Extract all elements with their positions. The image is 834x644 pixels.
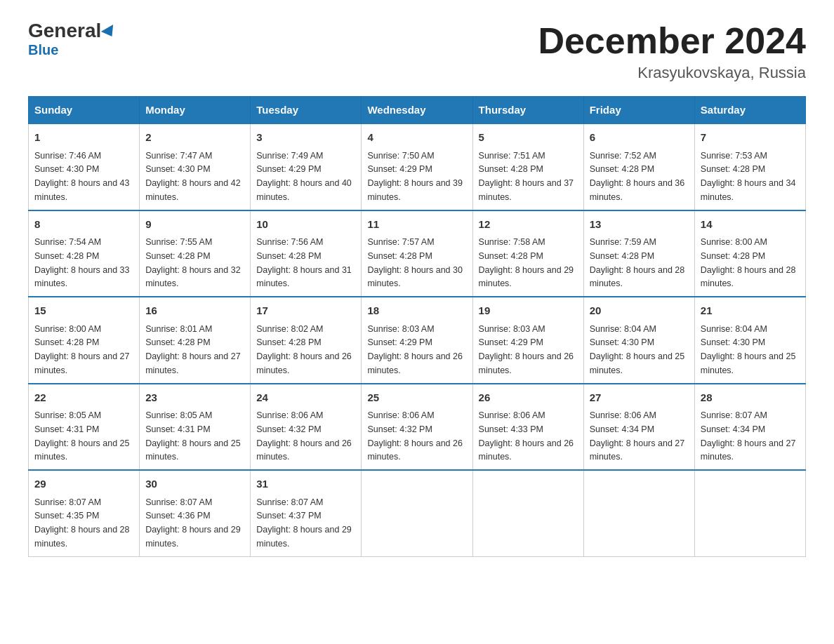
day-info: Sunrise: 8:06 AMSunset: 4:32 PMDaylight:…	[367, 410, 463, 462]
day-number: 6	[590, 130, 689, 146]
calendar-cell: 5Sunrise: 7:51 AMSunset: 4:28 PMDaylight…	[472, 123, 583, 210]
day-info: Sunrise: 7:52 AMSunset: 4:28 PMDaylight:…	[590, 151, 685, 202]
calendar-cell: 3Sunrise: 7:49 AMSunset: 4:29 PMDaylight…	[251, 123, 362, 210]
day-number: 25	[367, 390, 466, 406]
col-friday: Friday	[583, 97, 694, 124]
col-thursday: Thursday	[472, 97, 583, 124]
day-info: Sunrise: 7:57 AMSunset: 4:28 PMDaylight:…	[367, 237, 463, 288]
calendar-cell: 11Sunrise: 7:57 AMSunset: 4:28 PMDayligh…	[362, 210, 472, 297]
day-info: Sunrise: 8:05 AMSunset: 4:31 PMDaylight:…	[145, 410, 241, 462]
calendar-cell: 24Sunrise: 8:06 AMSunset: 4:32 PMDayligh…	[251, 384, 362, 471]
logo-triangle-icon	[101, 25, 118, 40]
day-info: Sunrise: 8:05 AMSunset: 4:31 PMDaylight:…	[34, 410, 130, 462]
day-info: Sunrise: 8:00 AMSunset: 4:28 PMDaylight:…	[34, 324, 130, 375]
day-number: 21	[701, 303, 800, 319]
day-info: Sunrise: 7:47 AMSunset: 4:30 PMDaylight:…	[145, 151, 241, 202]
day-number: 29	[34, 476, 133, 492]
calendar-cell	[362, 470, 472, 556]
day-number: 9	[145, 217, 244, 233]
day-info: Sunrise: 8:06 AMSunset: 4:34 PMDaylight:…	[590, 410, 685, 462]
calendar-week-row: 22Sunrise: 8:05 AMSunset: 4:31 PMDayligh…	[29, 384, 806, 471]
day-number: 11	[367, 217, 466, 233]
day-number: 5	[479, 130, 578, 146]
col-monday: Monday	[140, 97, 251, 124]
logo-blue: Blue	[28, 42, 58, 58]
day-number: 30	[145, 476, 244, 492]
day-info: Sunrise: 7:58 AMSunset: 4:28 PMDaylight:…	[479, 237, 574, 288]
calendar-cell: 13Sunrise: 7:59 AMSunset: 4:28 PMDayligh…	[583, 210, 694, 297]
day-info: Sunrise: 8:07 AMSunset: 4:35 PMDaylight:…	[34, 497, 130, 549]
calendar-cell: 21Sunrise: 8:04 AMSunset: 4:30 PMDayligh…	[694, 297, 805, 384]
location-title: Krasyukovskaya, Russia	[538, 64, 806, 82]
calendar-cell	[694, 470, 805, 556]
day-number: 22	[34, 390, 133, 406]
day-number: 12	[479, 217, 578, 233]
day-info: Sunrise: 8:07 AMSunset: 4:37 PMDaylight:…	[256, 497, 352, 549]
logo-general: General	[28, 21, 117, 41]
calendar-cell: 4Sunrise: 7:50 AMSunset: 4:29 PMDaylight…	[362, 123, 472, 210]
calendar-cell: 28Sunrise: 8:07 AMSunset: 4:34 PMDayligh…	[694, 384, 805, 471]
col-saturday: Saturday	[694, 97, 805, 124]
calendar-cell: 8Sunrise: 7:54 AMSunset: 4:28 PMDaylight…	[29, 210, 140, 297]
col-wednesday: Wednesday	[362, 97, 472, 124]
calendar-week-row: 15Sunrise: 8:00 AMSunset: 4:28 PMDayligh…	[29, 297, 806, 384]
day-info: Sunrise: 7:56 AMSunset: 4:28 PMDaylight:…	[256, 237, 352, 288]
day-number: 14	[701, 217, 800, 233]
day-number: 26	[479, 390, 578, 406]
calendar-week-row: 29Sunrise: 8:07 AMSunset: 4:35 PMDayligh…	[29, 470, 806, 556]
day-info: Sunrise: 7:53 AMSunset: 4:28 PMDaylight:…	[701, 151, 796, 202]
day-number: 27	[590, 390, 689, 406]
calendar-table: Sunday Monday Tuesday Wednesday Thursday…	[28, 96, 806, 557]
day-number: 15	[34, 303, 133, 319]
day-info: Sunrise: 7:49 AMSunset: 4:29 PMDaylight:…	[256, 151, 352, 202]
day-info: Sunrise: 8:06 AMSunset: 4:32 PMDaylight:…	[256, 410, 352, 462]
calendar-cell: 10Sunrise: 7:56 AMSunset: 4:28 PMDayligh…	[251, 210, 362, 297]
day-info: Sunrise: 7:55 AMSunset: 4:28 PMDaylight:…	[145, 237, 241, 288]
calendar-cell: 16Sunrise: 8:01 AMSunset: 4:28 PMDayligh…	[140, 297, 251, 384]
day-info: Sunrise: 8:04 AMSunset: 4:30 PMDaylight:…	[590, 324, 685, 375]
calendar-cell: 26Sunrise: 8:06 AMSunset: 4:33 PMDayligh…	[472, 384, 583, 471]
day-info: Sunrise: 7:51 AMSunset: 4:28 PMDaylight:…	[479, 151, 574, 202]
day-number: 19	[479, 303, 578, 319]
day-number: 8	[34, 217, 133, 233]
day-number: 7	[701, 130, 800, 146]
calendar-week-row: 8Sunrise: 7:54 AMSunset: 4:28 PMDaylight…	[29, 210, 806, 297]
calendar-cell: 15Sunrise: 8:00 AMSunset: 4:28 PMDayligh…	[29, 297, 140, 384]
day-info: Sunrise: 8:04 AMSunset: 4:30 PMDaylight:…	[701, 324, 796, 375]
header-row: Sunday Monday Tuesday Wednesday Thursday…	[29, 97, 806, 124]
day-info: Sunrise: 8:03 AMSunset: 4:29 PMDaylight:…	[367, 324, 463, 375]
calendar-cell: 31Sunrise: 8:07 AMSunset: 4:37 PMDayligh…	[251, 470, 362, 556]
day-number: 13	[590, 217, 689, 233]
calendar-cell: 9Sunrise: 7:55 AMSunset: 4:28 PMDaylight…	[140, 210, 251, 297]
calendar-cell: 20Sunrise: 8:04 AMSunset: 4:30 PMDayligh…	[583, 297, 694, 384]
col-tuesday: Tuesday	[251, 97, 362, 124]
col-sunday: Sunday	[29, 97, 140, 124]
logo: General Blue	[28, 21, 117, 58]
month-title: December 2024	[538, 21, 806, 61]
calendar-cell: 27Sunrise: 8:06 AMSunset: 4:34 PMDayligh…	[583, 384, 694, 471]
day-number: 20	[590, 303, 689, 319]
calendar-cell: 12Sunrise: 7:58 AMSunset: 4:28 PMDayligh…	[472, 210, 583, 297]
day-number: 2	[145, 130, 244, 146]
day-info: Sunrise: 7:46 AMSunset: 4:30 PMDaylight:…	[34, 151, 130, 202]
day-number: 23	[145, 390, 244, 406]
calendar-cell: 25Sunrise: 8:06 AMSunset: 4:32 PMDayligh…	[362, 384, 472, 471]
calendar-cell: 2Sunrise: 7:47 AMSunset: 4:30 PMDaylight…	[140, 123, 251, 210]
day-info: Sunrise: 7:54 AMSunset: 4:28 PMDaylight:…	[34, 237, 130, 288]
day-info: Sunrise: 8:07 AMSunset: 4:34 PMDaylight:…	[701, 410, 796, 462]
calendar-header: Sunday Monday Tuesday Wednesday Thursday…	[29, 97, 806, 124]
day-number: 3	[256, 130, 355, 146]
calendar-cell: 17Sunrise: 8:02 AMSunset: 4:28 PMDayligh…	[251, 297, 362, 384]
calendar-cell: 18Sunrise: 8:03 AMSunset: 4:29 PMDayligh…	[362, 297, 472, 384]
calendar-cell: 29Sunrise: 8:07 AMSunset: 4:35 PMDayligh…	[29, 470, 140, 556]
day-info: Sunrise: 7:59 AMSunset: 4:28 PMDaylight:…	[590, 237, 685, 288]
calendar-cell: 22Sunrise: 8:05 AMSunset: 4:31 PMDayligh…	[29, 384, 140, 471]
calendar-week-row: 1Sunrise: 7:46 AMSunset: 4:30 PMDaylight…	[29, 123, 806, 210]
calendar-body: 1Sunrise: 7:46 AMSunset: 4:30 PMDaylight…	[29, 123, 806, 556]
day-number: 17	[256, 303, 355, 319]
day-number: 10	[256, 217, 355, 233]
page-header: General Blue December 2024 Krasyukovskay…	[28, 21, 806, 82]
day-info: Sunrise: 7:50 AMSunset: 4:29 PMDaylight:…	[367, 151, 463, 202]
title-area: December 2024 Krasyukovskaya, Russia	[538, 21, 806, 82]
day-number: 18	[367, 303, 466, 319]
